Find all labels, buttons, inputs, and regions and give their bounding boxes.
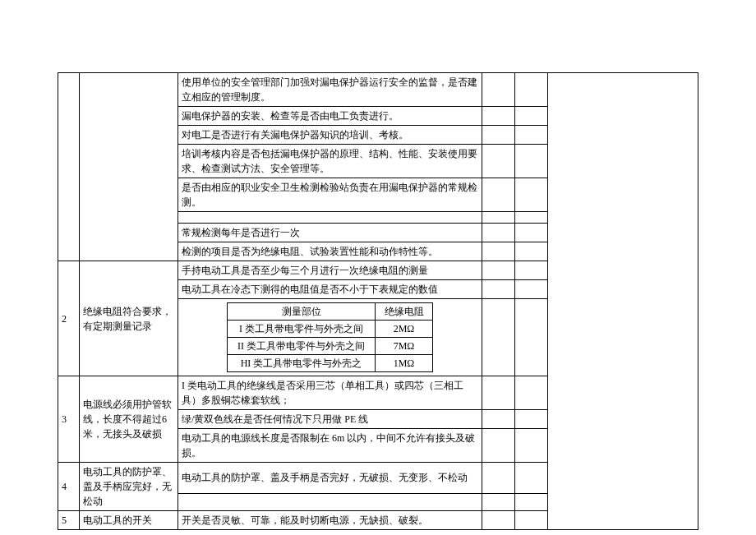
- idx-cont: [58, 73, 80, 261]
- inner-r1c1: I 类工具带电零件与外壳之间: [228, 321, 376, 338]
- chk-r8: 检测的项目是否为绝缘电阻、试验装置性能和动作特性等。: [178, 242, 482, 261]
- inner-r2c2: 7MΩ: [376, 338, 433, 355]
- idx-3: 3: [58, 376, 80, 463]
- s3r1: I 类电动工具的绝缘线是否采用三芯（单相工具）或四芯（三相工具）多股铜芯橡套软线…: [178, 376, 482, 410]
- mark-b: [515, 73, 548, 107]
- idx-5: 5: [58, 511, 80, 530]
- inner-r3c2: 1MΩ: [376, 355, 433, 372]
- chk-r1: 使用单位的安全管理部门加强对漏电保护器运行安全的监督，是否建立相应的管理制度。: [178, 73, 482, 107]
- req-3: 电源线必须用护管软线，长度不得超过6 米，无接头及破损: [80, 376, 178, 463]
- inner-h2: 绝缘电阻: [376, 303, 433, 321]
- idx-2: 2: [58, 261, 80, 376]
- s2r2: 电动工具在冷态下测得的电阻值是否不小于下表规定的数值: [178, 280, 482, 299]
- req-cont: [80, 73, 178, 261]
- idx-4: 4: [58, 463, 80, 511]
- chk-r3: 对电工是否进行有关漏电保护器知识的培训、考核。: [178, 126, 482, 145]
- inner-r3c1: HI 类工具带电零件与外壳之: [228, 355, 376, 372]
- checklist-table: 使用单位的安全管理部门加强对漏电保护器运行安全的监督，是否建立相应的管理制度。 …: [58, 72, 698, 530]
- inner-r1c2: 2MΩ: [376, 321, 433, 338]
- req-4: 电动工具的防护罩、盖及手柄应完好，无松动: [80, 463, 178, 511]
- s4r1: 电动工具的防护罩、盖及手柄是否完好，无破损、无变形、不松动: [178, 463, 482, 494]
- chk-r2: 漏电保护器的安装、检查等是否由电工负责进行。: [178, 107, 482, 126]
- s2-inner-wrap: 测量部位 绝缘电阻 I 类工具带电零件与外壳之间2MΩ II 类工具带电零件与外…: [178, 299, 482, 376]
- s3r2: 绿/黄双色线在是否任何情况下只用做 PE 线: [178, 410, 482, 429]
- inner-r2c1: II 类工具带电零件与外壳之间: [228, 338, 376, 355]
- mark-a: [482, 73, 515, 107]
- chk-r5: 是否由相应的职业安全卫生检测检验站负责在用漏电保护器的常规检测。: [178, 178, 482, 212]
- chk-r7: 常规检测每年是否进行一次: [178, 224, 482, 242]
- req-2: 绝缘电阻符合要求，有定期测量记录: [80, 261, 178, 376]
- s3r3: 电动工具的电源线长度是否限制在 6m 以内，中间不允许有接头及破损。: [178, 429, 482, 463]
- inner-h1: 测量部位: [228, 303, 376, 321]
- s5r1: 开关是否灵敏、可靠，能及时切断电源，无缺损、破裂。: [178, 511, 482, 530]
- s2r1: 手持电动工具是否至少每三个月进行一次绝缘电阻的测量: [178, 261, 482, 280]
- req-5: 电动工具的开关: [80, 511, 178, 530]
- s4-blank: [178, 493, 482, 510]
- remark: [548, 73, 698, 530]
- chk-r6: [178, 212, 482, 224]
- chk-r4: 培训考核内容是否包括漏电保护器的原理、结构、性能、安装使用要求、检查测试方法、安…: [178, 145, 482, 178]
- inner-table: 测量部位 绝缘电阻 I 类工具带电零件与外壳之间2MΩ II 类工具带电零件与外…: [227, 302, 433, 372]
